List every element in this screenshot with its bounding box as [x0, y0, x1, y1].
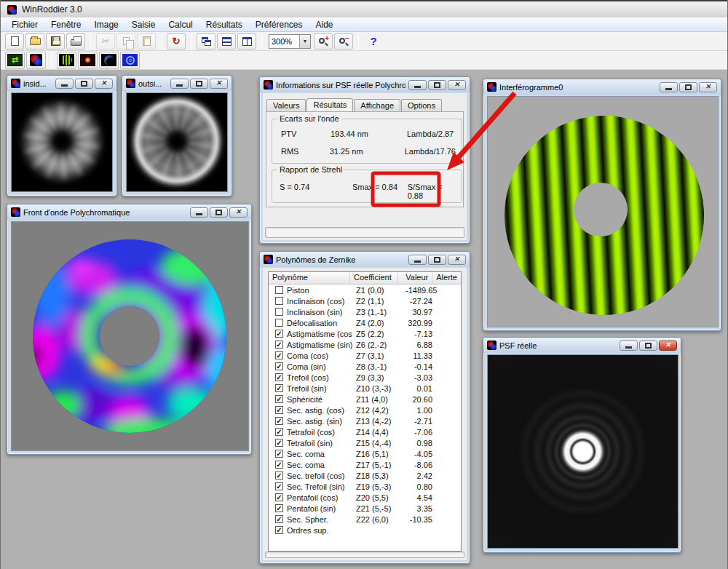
zernike-checkbox[interactable]: ✓ — [275, 341, 283, 349]
column-header-alerte[interactable]: Alerte — [432, 272, 461, 284]
column-header-polynome[interactable]: Polynôme — [269, 272, 350, 284]
zernike-table-row[interactable]: ✓Coma (sin)Z8 (3,-1)-0.14 — [269, 361, 461, 372]
zernike-table-row[interactable]: ✓Sec. astig. (cos)Z12 (4,2)1.00 — [269, 405, 461, 415]
window-titlebar[interactable]: Polynômes de Zernike ✕ — [260, 252, 470, 267]
minimize-button[interactable] — [170, 79, 189, 89]
minimize-button[interactable] — [408, 255, 427, 265]
close-button[interactable]: ✕ — [229, 207, 248, 218]
zernike-table-row[interactable]: PistonZ1 (0,0)-1489.65 — [269, 284, 461, 295]
menu-item-6[interactable]: Préférences — [249, 18, 309, 31]
maximize-button[interactable] — [210, 207, 228, 218]
zernike-checkbox[interactable]: ✓ — [275, 406, 283, 414]
close-button[interactable]: ✕ — [699, 82, 717, 92]
zernike-table-row[interactable]: ✓SphéricitéZ11 (4,0)20.60 — [269, 394, 461, 405]
minimize-button[interactable] — [190, 207, 208, 218]
psf-view-button[interactable] — [78, 52, 98, 69]
main-titlebar[interactable]: WinRoddier 3.0 — [1, 0, 728, 17]
minimize-button[interactable] — [408, 80, 427, 90]
zoom-out-button[interactable]: − — [334, 33, 353, 49]
zernike-table-row[interactable]: Inclinaison (cos)Z2 (1,1)-27.24 — [269, 295, 461, 306]
menu-item-7[interactable]: Aide — [309, 18, 340, 31]
tab-0[interactable]: Valeurs — [266, 99, 306, 112]
menu-item-1[interactable]: Fenêtre — [44, 18, 87, 31]
zernike-checkbox[interactable]: ✓ — [275, 526, 283, 534]
winroddier-button[interactable] — [26, 52, 46, 69]
maximize-button[interactable] — [190, 79, 208, 89]
tab-1[interactable]: Résultats — [306, 98, 353, 113]
column-header-coefficient[interactable]: Coefficient — [350, 272, 398, 284]
zernike-checkbox[interactable]: ✓ — [275, 417, 283, 425]
tile-vertical-button[interactable] — [237, 33, 256, 49]
window-titlebar[interactable]: insid... ✕ — [7, 76, 116, 91]
zernike-table-row[interactable]: ✓Astigmatisme (sin)Z6 (2,-2)6.88 — [269, 339, 461, 350]
save-button[interactable] — [46, 33, 65, 49]
maximize-button[interactable] — [639, 341, 657, 351]
zernike-checkbox[interactable]: ✓ — [275, 504, 283, 512]
help-button[interactable]: ? — [364, 33, 383, 49]
minimize-button[interactable] — [660, 82, 678, 92]
window-titlebar[interactable]: Front d'onde Polychromatique ✕ — [7, 204, 251, 220]
window-titlebar[interactable]: PSF réelle ✕ — [483, 338, 681, 353]
zernike-checkbox[interactable]: ✓ — [275, 471, 283, 480]
window-titlebar[interactable]: Interférogramme0 ✕ — [483, 79, 721, 95]
zernike-table-row[interactable]: ✓Tetrafoil (sin)Z15 (4,-4)0.98 — [269, 437, 461, 448]
zernike-checkbox[interactable] — [275, 308, 283, 316]
paste-button[interactable] — [137, 33, 156, 49]
zernike-checkbox[interactable]: ✓ — [275, 395, 283, 403]
wavefront-view-button[interactable] — [120, 52, 140, 69]
zernike-checkbox[interactable]: ✓ — [275, 351, 283, 359]
zernike-table-row[interactable]: ✓Sec. Trefoil (sin)Z19 (5,-3)0.80 — [269, 481, 461, 492]
zernike-table-row[interactable]: ✓Sec. trefoil (cos)Z18 (5,3)2.42 — [269, 470, 461, 481]
zernike-checkbox[interactable]: ✓ — [275, 439, 283, 447]
zernike-table-row[interactable]: ✓Trefoil (cos)Z9 (3,3)-3.03 — [269, 372, 461, 383]
zernike-table-row[interactable]: ✓Pentafoil (sin)Z21 (5,-5)3.35 — [269, 503, 461, 514]
cut-button[interactable]: ✂ — [96, 33, 115, 49]
zernike-checkbox[interactable]: ✓ — [275, 450, 283, 458]
tab-2[interactable]: Affichage — [354, 99, 400, 112]
print-button[interactable] — [66, 33, 85, 49]
menu-item-3[interactable]: Saisie — [125, 18, 162, 31]
zernike-checkbox[interactable] — [275, 297, 283, 305]
zernike-table-row[interactable]: ✓Trefoil (sin)Z10 (3,-3)0.01 — [269, 383, 461, 394]
zernike-table-row[interactable]: DéfocalisationZ4 (2,0)320.99 — [269, 317, 461, 328]
close-button[interactable]: ✕ — [659, 341, 677, 351]
tile-horizontal-button[interactable] — [217, 33, 236, 49]
maximize-button[interactable] — [75, 79, 93, 89]
zernike-checkbox[interactable]: ✓ — [275, 428, 283, 436]
pupil-view-button[interactable] — [99, 52, 119, 69]
zernike-table-row[interactable]: Inclinaison (sin)Z3 (1,-1)30.97 — [269, 306, 461, 317]
zernike-checkbox[interactable]: ✓ — [275, 362, 283, 370]
minimize-button[interactable] — [620, 341, 638, 351]
close-button[interactable]: ✕ — [95, 79, 113, 89]
zernike-checkbox[interactable] — [275, 286, 283, 294]
zernike-checkbox[interactable]: ✓ — [275, 373, 283, 381]
zernike-checkbox[interactable]: ✓ — [275, 493, 283, 501]
menu-item-0[interactable]: Fichier — [5, 18, 44, 31]
interferogram-button[interactable] — [57, 52, 76, 69]
chevron-down-icon[interactable]: ▼ — [299, 35, 310, 48]
zernike-checkbox[interactable]: ✓ — [275, 482, 283, 490]
menu-item-5[interactable]: Résultats — [199, 18, 249, 31]
zernike-table-row[interactable]: ✓Sec. astig. (sin)Z13 (4,-2)-2.71 — [269, 415, 461, 426]
menu-item-4[interactable]: Calcul — [162, 18, 199, 31]
zernike-checkbox[interactable]: ✓ — [275, 515, 283, 523]
zernike-checkbox[interactable]: ✓ — [275, 384, 283, 392]
close-button[interactable]: ✕ — [448, 255, 466, 265]
close-button[interactable]: ✕ — [210, 79, 228, 89]
zernike-checkbox[interactable] — [275, 319, 283, 327]
zernike-table-row[interactable]: ✓Sec. comaZ16 (5,1)-4.05 — [269, 448, 461, 459]
zernike-table-row[interactable]: ✓Pentafoil (cos)Z20 (5,5)4.54 — [269, 492, 461, 503]
window-titlebar[interactable]: Informations sur PSF réelle Polychro... … — [260, 77, 470, 92]
maximize-button[interactable] — [679, 82, 697, 92]
copy-button[interactable] — [116, 33, 135, 49]
maximize-button[interactable] — [428, 80, 446, 90]
window-titlebar[interactable]: outsi... ✕ — [122, 76, 232, 91]
zernike-table-row[interactable]: ✓Ordres sup. — [269, 525, 461, 536]
cascade-windows-button[interactable] — [197, 33, 215, 49]
zernike-table-row[interactable]: ✓Tetrafoil (cos)Z14 (4,4)-7.06 — [269, 426, 461, 437]
close-button[interactable]: ✕ — [448, 80, 466, 90]
open-file-button[interactable] — [25, 33, 44, 49]
zoom-in-button[interactable]: + — [314, 33, 333, 49]
image-exchange-button[interactable]: ⇄ — [5, 52, 25, 69]
zernike-table-row[interactable]: ✓Coma (cos)Z7 (3,1)11.33 — [269, 350, 461, 361]
